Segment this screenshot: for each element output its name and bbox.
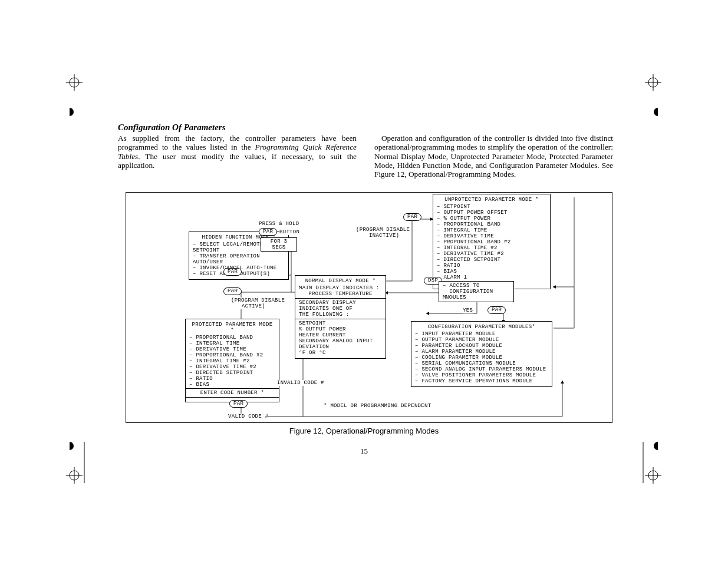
- par-pill: PAR: [259, 228, 277, 236]
- left-paragraph: As supplied from the factory, the contro…: [118, 134, 357, 178]
- normal-mode-box: NORMAL DISPLAY MODE * MAIN DISPLAY INDIC…: [295, 275, 386, 359]
- config-modules-box: CONFIGURATION PARAMETER MODULES* INPUT P…: [411, 321, 552, 387]
- reg-mark-icon: [66, 467, 83, 484]
- for3-box: FOR 3 SECS: [261, 237, 297, 252]
- invalid-code-label: INVALID CODE #: [277, 380, 324, 386]
- par-pill: PAR: [487, 306, 506, 314]
- reg-mark-icon: [645, 74, 661, 91]
- enter-code-box: ENTER CODE NUMBER *: [185, 388, 279, 398]
- reg-mark-icon: [66, 74, 83, 91]
- no-label: NO: [446, 295, 452, 300]
- page-number: 15: [0, 447, 728, 456]
- half-circle-icon: [65, 108, 74, 116]
- footnote-label: * MODEL OR PROGRAMMING DEPENDENT: [324, 403, 431, 409]
- valid-code-label: VALID CODE #: [228, 414, 268, 419]
- yes-label: YES: [463, 308, 473, 313]
- par-pill: PAR: [229, 400, 248, 408]
- button-label: BUTTON: [279, 229, 299, 235]
- press-hold-label: PRESS & HOLD: [259, 221, 299, 227]
- half-circle-icon: [654, 108, 662, 116]
- prog-inactive-label: (PROGRAM DISABLEINACTIVE): [356, 227, 410, 239]
- unprotected-mode-box: UNPROTECTED PARAMETER MODE * SETPOINTOUT…: [433, 194, 551, 289]
- prog-active-label: (PROGRAM DISABLEACTIVE): [231, 297, 285, 309]
- right-paragraph: Operation and configuration of the contr…: [374, 134, 613, 178]
- par-pill: PAR: [403, 213, 421, 221]
- par-pill: PAR: [223, 287, 242, 295]
- section-heading: Configuration Of Parameters: [118, 123, 613, 133]
- par-pill: PAR: [223, 268, 242, 276]
- reg-mark-icon: [645, 467, 661, 484]
- figure-diagram: HIDDEN FUNCTION MODE * SELECT LOCAL/REMO…: [126, 192, 612, 423]
- figure-caption: Figure 12, Operational/Programming Modes: [0, 427, 728, 435]
